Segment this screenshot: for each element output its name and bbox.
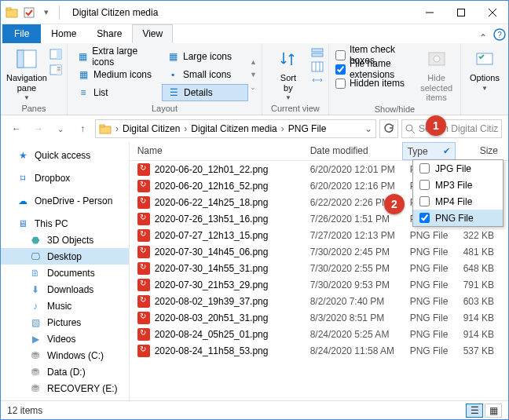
folder-icon: [99, 122, 112, 135]
group-by-icon[interactable]: [311, 48, 324, 59]
type-filter-mp4[interactable]: MP4 File: [413, 193, 503, 210]
nav-c-drive[interactable]: ⛃Windows (C:): [1, 347, 129, 363]
nav-quick-access[interactable]: ★Quick access: [1, 147, 129, 163]
nav-documents[interactable]: 🗎Documents: [1, 265, 129, 281]
nav-dropbox[interactable]: ⌑Dropbox: [1, 170, 129, 186]
breadcrumb-item[interactable]: PNG File: [288, 123, 327, 134]
table-row[interactable]: 2020-07-30_14h45_06.png7/30/2020 2:45 PM…: [130, 243, 508, 260]
layout-medium[interactable]: ▦Medium icons: [72, 66, 159, 83]
col-date[interactable]: Date modified: [302, 142, 402, 160]
nav-videos[interactable]: ▶Videos: [1, 331, 129, 347]
type-filter-png[interactable]: PNG File: [413, 210, 503, 226]
nav-3d-objects[interactable]: ⬣3D Objects: [1, 232, 129, 248]
file-date: 8/3/2020 8:51 PM: [302, 312, 402, 323]
search-box[interactable]: Search Digital Citiz... 1: [401, 119, 502, 138]
qat-checkbox-icon[interactable]: [21, 5, 37, 20]
table-row[interactable]: 2020-07-30_21h53_29.png7/30/2020 9:53 PM…: [130, 276, 508, 293]
table-row[interactable]: 2020-08-03_20h51_31.png8/3/2020 8:51 PMP…: [130, 309, 508, 326]
file-name: 2020-07-30_14h45_06.png: [155, 247, 269, 257]
table-row[interactable]: 2020-08-24_05h25_01.png8/24/2020 5:25 AM…: [130, 326, 508, 342]
nav-music[interactable]: ♪Music: [1, 298, 129, 314]
png-file-icon: [137, 262, 150, 275]
qat-dropdown-icon[interactable]: ▾: [38, 5, 54, 20]
view-details-icon[interactable]: ☰: [466, 404, 483, 418]
file-name: 2020-07-27_12h13_15.png: [155, 230, 269, 241]
nav-pictures[interactable]: ▧Pictures: [1, 314, 129, 331]
layout-details[interactable]: ☰Details: [162, 84, 248, 101]
table-row[interactable]: 2020-07-30_14h55_31.png7/30/2020 2:55 PM…: [130, 260, 508, 276]
nav-desktop[interactable]: 🖵Desktop: [1, 248, 129, 265]
hidden-items-toggle[interactable]: Hidden items: [334, 76, 417, 90]
svg-point-23: [434, 56, 440, 62]
nav-recent-icon[interactable]: ⌄: [51, 119, 70, 138]
ribbon-collapse-icon[interactable]: ⌃: [475, 32, 491, 43]
main-area: ★Quick access ⌑Dropbox ☁OneDrive - Perso…: [1, 142, 508, 400]
file-name: 2020-08-03_20h51_31.png: [155, 312, 269, 323]
tab-share[interactable]: Share: [86, 24, 132, 43]
svg-rect-10: [17, 50, 24, 68]
details-icon: ☰: [167, 86, 180, 99]
tab-file[interactable]: File: [2, 24, 41, 43]
tab-home[interactable]: Home: [41, 24, 86, 43]
file-type: PNG File: [402, 230, 456, 241]
nav-e-drive[interactable]: ⛃RECOVERY (E:): [1, 380, 129, 396]
type-filter-mp3[interactable]: MP3 File: [413, 177, 503, 193]
refresh-button[interactable]: [379, 119, 398, 138]
file-type: PNG File: [402, 345, 456, 356]
file-name: 2020-06-20_12h16_52.png: [155, 181, 269, 192]
group-panes: Navigation pane ▼ Panes: [1, 43, 68, 115]
table-row[interactable]: 2020-08-24_11h58_53.png8/24/2020 11:58 A…: [130, 342, 508, 359]
file-date: 6/20/2020 12:16 PM: [302, 181, 402, 192]
table-row[interactable]: 2020-07-27_12h13_15.png7/27/2020 12:13 P…: [130, 227, 508, 243]
breadcrumb-dropdown-icon[interactable]: ⌄: [364, 123, 372, 134]
layout-extra-large[interactable]: ▦Extra large icons: [72, 48, 159, 65]
nav-d-drive[interactable]: ⛃Data (D:): [1, 363, 129, 380]
ribbon-tabs: File Home Share View ⌃ ?: [1, 24, 508, 43]
size-columns-icon[interactable]: [311, 75, 324, 86]
hide-selected-button[interactable]: Hide selected items: [417, 46, 456, 103]
nav-up-icon[interactable]: ↑: [73, 119, 92, 138]
help-icon[interactable]: ?: [491, 26, 508, 43]
details-pane-icon[interactable]: [49, 64, 62, 76]
nav-back-icon[interactable]: ←: [7, 119, 26, 138]
layout-expand-icon[interactable]: ⌄: [250, 83, 257, 91]
png-file-icon: [137, 196, 150, 209]
breadcrumb[interactable]: Digital Citizen Digital Citizen media PN…: [95, 119, 376, 138]
file-extensions-toggle[interactable]: File name extensions: [334, 62, 417, 76]
dropbox-icon: ⌑: [16, 172, 29, 184]
navigation-pane-button[interactable]: Navigation pane ▼: [5, 46, 48, 101]
svg-point-27: [406, 125, 412, 131]
nav-downloads[interactable]: ⬇Downloads: [1, 281, 129, 298]
address-bar: ← → ⌄ ↑ Digital Citizen Digital Citizen …: [1, 115, 508, 142]
preview-pane-icon[interactable]: [49, 48, 62, 60]
png-file-icon: [137, 229, 150, 242]
col-type[interactable]: Type✔: [402, 142, 456, 160]
layout-scroll-down-icon[interactable]: ▼: [250, 71, 257, 79]
close-button[interactable]: [477, 1, 508, 24]
table-row[interactable]: 2020-08-02_19h39_37.png8/2/2020 7:40 PMP…: [130, 293, 508, 309]
group-current-view: Sort by ▼ Current view: [262, 43, 329, 115]
medium-icon: ▦: [77, 68, 90, 81]
minimize-button[interactable]: [414, 1, 445, 24]
layout-large[interactable]: ▦Large icons: [162, 48, 248, 65]
view-thumbnails-icon[interactable]: ▦: [485, 404, 502, 418]
tab-view[interactable]: View: [132, 24, 173, 43]
layout-list[interactable]: ≡List: [72, 84, 115, 101]
col-name[interactable]: Name: [130, 142, 302, 160]
breadcrumb-item[interactable]: Digital Citizen media: [191, 123, 276, 134]
options-button[interactable]: Options ▼: [466, 46, 504, 92]
breadcrumb-item[interactable]: Digital Citizen: [123, 123, 180, 134]
nav-forward-icon[interactable]: →: [29, 119, 48, 138]
layout-small[interactable]: ▪Small icons: [162, 66, 248, 83]
layout-scroll-up-icon[interactable]: ▲: [250, 58, 257, 66]
file-date: 8/2/2020 7:40 PM: [302, 296, 402, 307]
col-size[interactable]: Size: [456, 142, 508, 160]
file-type: PNG File: [402, 329, 456, 340]
file-size: 322 KB: [456, 230, 508, 241]
type-filter-jpg[interactable]: JPG File: [413, 160, 503, 177]
sort-by-button[interactable]: Sort by ▼: [267, 46, 309, 101]
maximize-button[interactable]: [445, 1, 477, 24]
nav-onedrive[interactable]: ☁OneDrive - Person: [1, 192, 129, 209]
nav-this-pc[interactable]: 🖥This PC: [1, 215, 129, 232]
add-columns-icon[interactable]: [311, 61, 324, 72]
